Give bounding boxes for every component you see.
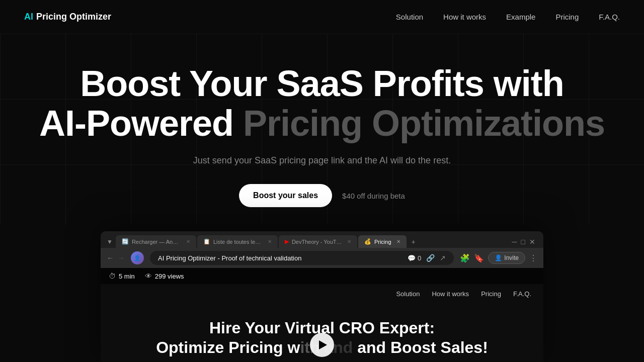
browser-tab-2[interactable]: ▶ DevTheory - YouTube ✕ [279,235,357,248]
comment-icon: 💬 [408,254,416,262]
hero-title-ai-powered: AI-Powered [39,103,233,143]
duration-value: 5 min [119,273,135,280]
new-tab-button[interactable]: + [408,236,420,248]
invite-avatar-icon: 👤 [495,254,502,261]
hero-title: Boost Your SaaS Profits with AI-Powered … [0,64,644,143]
video-headline-boost: and Boost Sales! [357,338,488,356]
nav-solution[interactable]: Solution [396,13,423,21]
bookmark-icon[interactable]: 🔖 [474,253,484,263]
extensions-icon[interactable]: 🧩 [460,253,470,263]
tab-close-1[interactable]: ✕ [268,239,272,244]
inner-nav-how-it-works[interactable]: How it works [432,290,469,298]
browser-tabs: ▼ 🔄 Recharger — Another ChatG… ✕ 📋 Liste… [101,231,543,248]
inner-nav-faq[interactable]: F.A.Q. [513,290,531,298]
play-button[interactable] [310,333,334,357]
browser-toolbar-right: 🧩 🔖 👤 Invite ⋮ [460,252,537,264]
invite-label: Invite [504,254,519,261]
views-value: 299 views [155,273,184,280]
tab-favicon-2: ▶ [285,238,289,245]
duration-stat: ⏱ 5 min [109,272,135,280]
beta-offer: $40 off during beta [342,192,405,200]
tab-favicon-1: 📋 [203,238,210,245]
views-stat: 👁 299 views [145,272,184,280]
inner-page-nav: Solution How it works Pricing F.A.Q. [384,284,543,304]
logo-text: Pricing Optimizer [36,12,111,22]
tab-label-1: Liste de toutes les formation… [213,239,263,245]
play-triangle-icon [319,340,327,349]
window-close[interactable]: ✕ [529,238,535,246]
nav-faq[interactable]: F.A.Q. [599,13,620,21]
browser-mockup: ▼ 🔄 Recharger — Another ChatG… ✕ 📋 Liste… [101,231,543,362]
url-bar-icons: 💬 0 🔗 ↗ [408,254,446,262]
boost-sales-button[interactable]: Boost your sales [239,184,332,207]
tab-label-2: DevTheory - YouTube [292,239,342,245]
window-maximize[interactable]: □ [521,238,525,246]
logo[interactable]: AI Pricing Optimizer [24,12,111,22]
hero-section: Boost Your SaaS Profits with AI-Powered … [0,34,644,207]
tab-close-2[interactable]: ✕ [347,239,351,244]
nav-how-it-works[interactable]: How it works [443,13,486,21]
inner-nav-pricing[interactable]: Pricing [481,290,501,298]
url-bar[interactable]: AI Pricing Optimizer - Proof of technica… [150,251,454,265]
video-headline-line2-white: Optimize Pricing w [156,338,300,356]
tab-close-3[interactable]: ✕ [396,239,400,244]
browser-urlbar: ← → 👤 AI Pricing Optimizer - Proof of te… [101,248,543,268]
window-minimize[interactable]: ─ [512,238,517,246]
browser-content: Solution How it works Pricing F.A.Q. Hir… [101,284,543,362]
tab-label-3: Pricing [374,239,391,245]
video-stats-bar: ⏱ 5 min 👁 299 views [101,268,543,284]
hero-title-line2: AI-Powered Pricing Optimizations [0,104,644,143]
tab-favicon-3: 💰 [364,238,371,245]
back-button[interactable]: ← [107,254,114,262]
user-avatar: 👤 [131,251,144,264]
tab-favicon-0: 🔄 [122,238,129,245]
tab-list-icon[interactable]: ▼ [105,238,115,245]
inner-nav-solution[interactable]: Solution [396,290,420,298]
more-options-icon[interactable]: ⋮ [529,253,537,263]
eye-icon: 👁 [145,272,152,280]
tab-label-0: Recharger — Another ChatG… [132,239,181,245]
invite-button[interactable]: 👤 Invite [488,252,525,264]
main-nav: AI Pricing Optimizer Solution How it wor… [0,0,644,34]
tab-close-0[interactable]: ✕ [186,239,190,244]
hero-subtitle: Just send your SaaS pricing page link an… [0,155,644,166]
browser-tab-1[interactable]: 📋 Liste de toutes les formation… ✕ [197,235,278,248]
browser-tab-0[interactable]: 🔄 Recharger — Another ChatG… ✕ [116,235,196,248]
browser-nav-buttons: ← → [107,254,125,262]
nav-example[interactable]: Example [506,13,535,21]
clock-icon: ⏱ [109,272,116,280]
nav-pricing[interactable]: Pricing [555,13,579,21]
hero-title-pricing-opt: Pricing Optimizations [243,103,605,143]
browser-tab-3[interactable]: 💰 Pricing ✕ [358,235,407,248]
comment-badge[interactable]: 💬 0 [408,254,421,262]
hero-title-line1: Boost Your SaaS Profits with [0,64,644,104]
share-icon[interactable]: ↗ [440,254,446,262]
comment-count: 0 [418,254,421,262]
hero-cta: Boost your sales $40 off during beta [0,184,644,207]
logo-ai: AI [24,12,33,22]
page-url-title: AI Pricing Optimizer - Proof of technica… [158,254,404,262]
forward-button[interactable]: → [118,254,125,262]
nav-links: Solution How it works Example Pricing F.… [396,13,620,21]
link-icon[interactable]: 🔗 [426,254,435,262]
